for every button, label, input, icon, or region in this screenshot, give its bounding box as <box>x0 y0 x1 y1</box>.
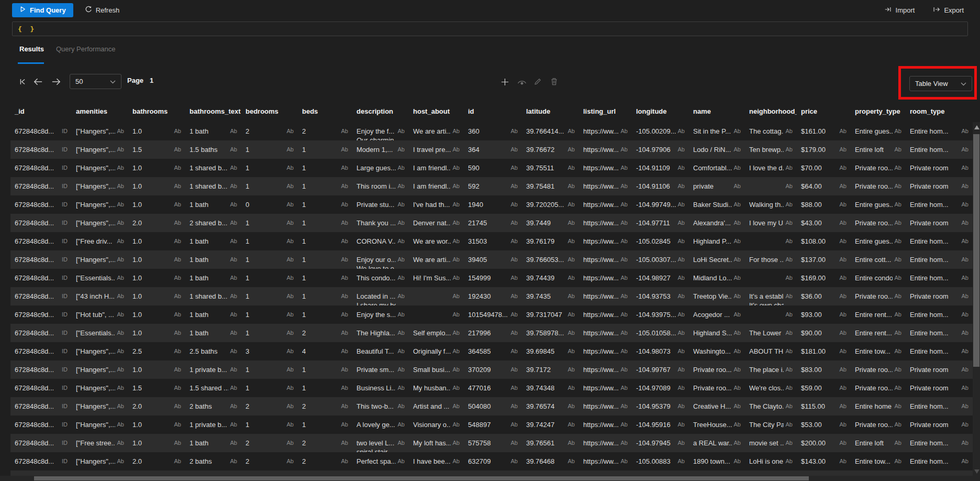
table-cell-neighborhood_[interactable]: I love the d...Ab <box>745 159 797 177</box>
table-cell-neighborhood_[interactable]: LoHi is one...Ab <box>745 452 797 471</box>
table-cell-description[interactable]: Large gues...Ab <box>352 159 409 177</box>
table-cell-property_type[interactable]: Entire gues...Ab <box>851 232 906 250</box>
table-cell-property_type[interactable]: Entire gues...Ab <box>851 195 906 214</box>
table-cell-beds[interactable]: 2Ab <box>298 452 352 471</box>
table-cell-beds[interactable]: 2Ab <box>298 397 352 416</box>
table-cell-bathrooms[interactable]: 1.0Ab <box>128 159 185 177</box>
table-cell-bathrooms[interactable]: 2.5Ab <box>128 342 185 360</box>
table-cell-host_about[interactable]: Artist and ...Ab <box>409 397 464 416</box>
table-cell-amenities[interactable]: ["Hangers",...Ab <box>72 360 128 379</box>
table-cell-price[interactable]: $137.00Ab <box>797 250 851 269</box>
table-cell-bathrooms[interactable]: 1.0Ab <box>128 416 185 434</box>
table-cell-id[interactable]: 370209Ab <box>464 360 522 379</box>
table-cell-bathrooms_text[interactable]: 1 bathAb <box>185 232 241 250</box>
table-cell-room_type[interactable]: Entire hom...Ab <box>906 140 973 159</box>
table-cell-property_type[interactable]: Entire condoAb <box>851 269 906 287</box>
table-row[interactable]: 672848c8d...ID["Hangers",...Ab1.0Ab1 pri… <box>10 360 973 379</box>
table-cell-amenities[interactable]: ["Hot tub", ...Ab <box>72 305 128 324</box>
table-row[interactable]: 672848c8d...ID["Hangers",...Ab1.5Ab1.5 b… <box>10 140 973 159</box>
table-cell-amenities[interactable]: ["Hangers",...Ab <box>72 452 128 471</box>
table-cell-bathrooms[interactable]: 1.0Ab <box>128 434 185 452</box>
table-cell-beds[interactable]: 1Ab <box>298 250 352 269</box>
column-header-_id[interactable]: _id <box>10 107 72 115</box>
table-cell-latitude[interactable]: 39.7317047Ab <box>522 305 579 324</box>
table-cell-description[interactable]: CORONA V...Ab <box>352 232 409 250</box>
table-cell-listing_url[interactable]: https://ww...Ab <box>579 122 632 140</box>
table-cell-property_type[interactable]: Private roo...Ab <box>851 416 906 434</box>
table-cell-amenities[interactable]: ["Hangers",...Ab <box>72 122 128 140</box>
table-cell-name[interactable]: LoHi Secret...Ab <box>689 250 745 269</box>
table-row[interactable]: 672848c8d...ID["Hangers",...Ab1.0Ab1 sha… <box>10 159 973 177</box>
table-cell-beds[interactable]: 1Ab <box>298 287 352 305</box>
table-cell-amenities[interactable]: ["Hangers",...Ab <box>72 214 128 232</box>
table-cell-room_type[interactable]: Entire hom...Ab <box>906 305 973 324</box>
table-cell-price[interactable]: $59.00Ab <box>797 379 851 397</box>
table-cell-_id[interactable]: 672848c8d...ID <box>10 324 72 342</box>
table-cell-_id[interactable]: 672848c8d...ID <box>10 360 72 379</box>
table-cell-room_type[interactable]: Entire hom...Ab <box>906 324 973 342</box>
table-cell-beds[interactable]: 1Ab <box>298 195 352 214</box>
table-row[interactable]: 672848c8d...ID["Hangers",...Ab1.0Ab1 bat… <box>10 122 973 140</box>
table-cell-name[interactable]: Creative H...Ab <box>689 397 745 416</box>
table-cell-bathrooms[interactable]: 1.5Ab <box>128 140 185 159</box>
table-cell-bathrooms_text[interactable]: 1 private b...Ab <box>185 416 241 434</box>
table-cell-bathrooms_text[interactable]: 2 shared b...Ab <box>185 214 241 232</box>
table-cell-_id[interactable]: 672848c8d...ID <box>10 159 72 177</box>
table-cell-price[interactable]: $169.00Ab <box>797 269 851 287</box>
table-cell-room_type[interactable]: Private roomAb <box>906 379 973 397</box>
table-cell-name[interactable]: Lodo / RiN...Ab <box>689 140 745 159</box>
table-cell-bathrooms[interactable]: 1.5Ab <box>128 379 185 397</box>
table-cell-latitude[interactable]: 39.74348Ab <box>522 379 579 397</box>
table-cell-bathrooms_text[interactable]: 1 bathAb <box>185 122 241 140</box>
table-cell-latitude[interactable]: 39.720205...Ab <box>522 195 579 214</box>
table-cell-amenities[interactable]: ["Hangers",...Ab <box>72 379 128 397</box>
table-cell-room_type[interactable]: Private roomAb <box>906 214 973 232</box>
table-cell-latitude[interactable]: 39.7172Ab <box>522 360 579 379</box>
table-cell-beds[interactable]: 2Ab <box>298 434 352 452</box>
table-cell-amenities[interactable]: ["Essentials...Ab <box>72 324 128 342</box>
table-cell-name[interactable]: Highland P...Ab <box>689 232 745 250</box>
table-cell-name[interactable]: Acogedor ...Ab <box>689 305 745 324</box>
table-cell-_id[interactable]: 672848c8d...ID <box>10 287 72 305</box>
table-cell-price[interactable]: $115.00Ab <box>797 397 851 416</box>
table-cell-listing_url[interactable]: https://ww...Ab <box>579 416 632 434</box>
table-cell-bedrooms[interactable]: 1Ab <box>241 324 298 342</box>
table-cell-listing_url[interactable]: https://ww...Ab <box>579 397 632 416</box>
table-cell-host_about[interactable]: Originally f...Ab <box>409 342 464 360</box>
table-cell-property_type[interactable]: Entire loftAb <box>851 434 906 452</box>
column-header-bathrooms_text[interactable]: bathrooms_text <box>185 107 241 115</box>
table-cell-beds[interactable]: 4Ab <box>298 342 352 360</box>
table-cell-listing_url[interactable]: https://ww...Ab <box>579 177 632 195</box>
table-cell-amenities[interactable]: ["Hangers",...Ab <box>72 250 128 269</box>
table-cell-_id[interactable]: 672848c8d...ID <box>10 269 72 287</box>
table-row[interactable]: 672848c8d...ID["Hangers",...Ab2.0Ab2 bat… <box>10 452 973 471</box>
table-cell-beds[interactable]: 1Ab <box>298 214 352 232</box>
table-cell-description[interactable]: Enjoy the f...Our charminAb <box>352 122 409 140</box>
table-cell-id[interactable]: 364Ab <box>464 140 522 159</box>
table-row[interactable]: 672848c9d...ID["Hot tub", ...Ab1.0Ab1 ba… <box>10 305 973 324</box>
table-cell-room_type[interactable]: Entire hom...Ab <box>906 342 973 360</box>
table-cell-name[interactable]: Private roo...Ab <box>689 379 745 397</box>
table-cell-id[interactable]: 31503Ab <box>464 232 522 250</box>
table-cell-bathrooms_text[interactable]: 1 private b...Ab <box>185 360 241 379</box>
table-cell-amenities[interactable]: ["Hangers",...Ab <box>72 416 128 434</box>
table-cell-listing_url[interactable]: https://ww...Ab <box>579 305 632 324</box>
table-cell-property_type[interactable]: Entire tow...Ab <box>851 452 906 471</box>
table-cell-name[interactable]: Alexandra'...Ab <box>689 214 745 232</box>
table-cell-property_type[interactable]: Entire gues...Ab <box>851 122 906 140</box>
table-cell-room_type[interactable]: Private roomAb <box>906 287 973 305</box>
table-cell-neighborhood_[interactable]: I love my U...Ab <box>745 214 797 232</box>
import-button[interactable]: Import <box>880 3 919 17</box>
table-cell-room_type[interactable]: Entire hom...Ab <box>906 122 973 140</box>
table-cell-bedrooms[interactable]: 2Ab <box>241 397 298 416</box>
table-cell-host_about[interactable]: We are arti...Ab <box>409 250 464 269</box>
table-cell-bedrooms[interactable]: 1Ab <box>241 305 298 324</box>
table-cell-price[interactable]: $200.00Ab <box>797 434 851 452</box>
table-cell-neighborhood_[interactable]: The Lower ...Ab <box>745 324 797 342</box>
table-cell-bedrooms[interactable]: 2Ab <box>241 122 298 140</box>
table-cell-host_about[interactable]: Ab <box>409 305 464 324</box>
table-cell-room_type[interactable]: Entire hom...Ab <box>906 250 973 269</box>
table-cell-longitude[interactable]: -104.98927Ab <box>632 269 689 287</box>
table-cell-name[interactable]: Baker Studi...Ab <box>689 195 745 214</box>
table-cell-description[interactable]: This room i...Ab <box>352 177 409 195</box>
